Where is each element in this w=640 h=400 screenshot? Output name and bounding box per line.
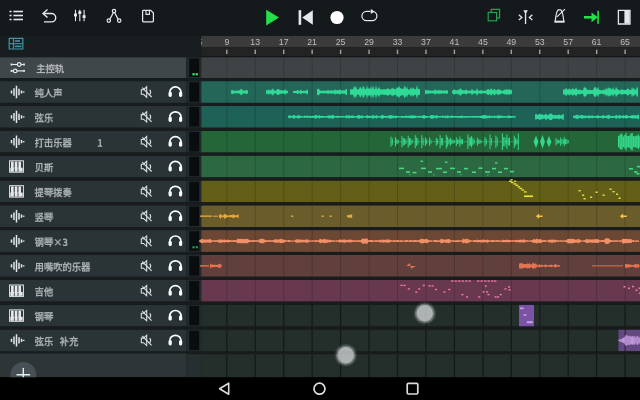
- svg-text:61: 61: [592, 37, 602, 47]
- svg-text:37: 37: [421, 37, 431, 47]
- svg-text:29: 29: [364, 37, 374, 47]
- svg-text:17: 17: [279, 37, 289, 47]
- svg-text:45: 45: [478, 37, 488, 47]
- svg-text:57: 57: [563, 37, 573, 47]
- svg-text:25: 25: [336, 37, 346, 47]
- svg-text:65: 65: [620, 37, 630, 47]
- svg-text:41: 41: [450, 37, 460, 47]
- svg-text:53: 53: [535, 37, 545, 47]
- svg-text:49: 49: [506, 37, 516, 47]
- svg-text:21: 21: [307, 37, 317, 47]
- svg-text:13: 13: [250, 37, 260, 47]
- svg-text:9: 9: [224, 37, 229, 47]
- svg-text:33: 33: [393, 37, 403, 47]
